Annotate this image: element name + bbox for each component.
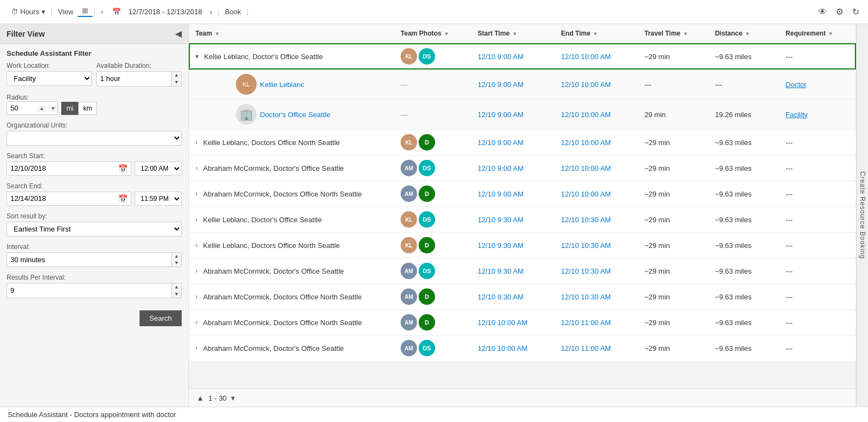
expand-row-button[interactable]: ▾ xyxy=(195,53,199,60)
interval-spin-up[interactable]: ▲ xyxy=(172,253,181,260)
col-photos-header[interactable]: Team Photos ▾ xyxy=(394,24,471,43)
end-time-link[interactable]: 12/10 10:00 AM xyxy=(561,53,611,61)
unit-mi-button[interactable]: mi xyxy=(61,102,78,115)
results-spin-down[interactable]: ▼ xyxy=(172,291,181,298)
end-time-link[interactable]: 12/10 10:00 AM xyxy=(561,190,611,198)
collapse-left-button[interactable]: ◀ xyxy=(175,28,182,39)
sub-end-link[interactable]: 12/10 10:00 AM xyxy=(561,80,611,89)
org-units-group: Organizational Units: xyxy=(7,122,182,146)
end-time-link[interactable]: 12/10 10:00 AM xyxy=(561,164,611,172)
sub-name-link[interactable]: Kellie Leblanc xyxy=(260,80,304,89)
start-time-link[interactable]: 12/10 9:30 AM xyxy=(478,293,524,301)
work-location-select[interactable]: Facility xyxy=(7,71,92,86)
expand-row-button[interactable]: › xyxy=(195,216,198,223)
results-per-interval-input[interactable] xyxy=(7,284,171,297)
refresh-icon[interactable]: ↻ xyxy=(850,4,861,19)
expand-row-button[interactable]: › xyxy=(195,164,198,172)
search-start-date-input[interactable] xyxy=(7,162,115,175)
requirement-link[interactable]: Doctor xyxy=(785,80,806,89)
org-units-select[interactable] xyxy=(7,131,182,146)
start-time-link[interactable]: 12/10 9:00 AM xyxy=(478,138,524,147)
table-row[interactable]: ›Kellie Leblanc, Doctors Office North Se… xyxy=(189,233,856,258)
table-row[interactable]: ›Abraham McCormick, Doctors Office North… xyxy=(189,181,856,207)
table-row[interactable]: ›Kellie Leblanc, Doctors Office North Se… xyxy=(189,130,856,155)
sub-start-link[interactable]: 12/10 9:00 AM xyxy=(478,111,524,119)
col-distance-header[interactable]: Distance ▾ xyxy=(708,24,779,43)
prev-date-button[interactable]: ‹ xyxy=(96,8,107,16)
grid-view-button[interactable]: ⊞ xyxy=(78,7,92,17)
start-time-link[interactable]: 12/10 9:30 AM xyxy=(478,241,524,250)
sub-start-link[interactable]: 12/10 9:00 AM xyxy=(478,80,524,89)
expand-row-button[interactable]: › xyxy=(195,138,198,146)
end-time-link[interactable]: 12/10 11:00 AM xyxy=(561,344,611,352)
start-time-link[interactable]: 12/10 10:00 AM xyxy=(478,344,528,352)
search-end-cal-icon[interactable]: 📅 xyxy=(115,192,131,205)
page-expand-button[interactable]: ▾ xyxy=(231,394,235,402)
eye-icon[interactable]: 👁 xyxy=(816,5,829,19)
sub-end-link[interactable]: 12/10 10:00 AM xyxy=(561,111,611,119)
duration-spin-up[interactable]: ▲ xyxy=(172,72,181,79)
start-time-link[interactable]: 12/10 10:00 AM xyxy=(478,319,528,327)
expand-row-button[interactable]: › xyxy=(195,319,198,326)
table-row[interactable]: ›Abraham McCormick, Doctors Office North… xyxy=(189,310,856,336)
book-button[interactable]: Book xyxy=(221,8,246,16)
create-resource-booking-panel[interactable]: Create Resource Booking xyxy=(856,24,868,407)
end-time-link[interactable]: 12/10 11:00 AM xyxy=(561,319,611,327)
start-time-link[interactable]: 12/10 9:30 AM xyxy=(478,216,524,224)
table-row[interactable]: ›Kellie Leblanc, Doctor's Office Seattle… xyxy=(189,207,856,233)
results-spin-up[interactable]: ▲ xyxy=(172,284,181,291)
page-collapse-button[interactable]: ▲ xyxy=(196,394,204,402)
table-row[interactable]: ›Abraham McCormick, Doctors Office North… xyxy=(189,284,856,310)
start-time-link[interactable]: 12/10 9:00 AM xyxy=(478,190,524,198)
settings-icon[interactable]: ⚙ xyxy=(834,4,846,19)
calendar-icon-button[interactable]: 📅 xyxy=(108,8,125,16)
expand-row-button[interactable]: › xyxy=(195,293,198,300)
hours-button[interactable]: ⏱ Hours ▾ xyxy=(7,8,50,16)
expand-row-button[interactable]: › xyxy=(195,267,198,275)
distance-cell: ~9.63 miles xyxy=(708,43,779,70)
interval-spin-down[interactable]: ▼ xyxy=(172,259,181,267)
end-time-link[interactable]: 12/10 10:30 AM xyxy=(561,216,611,224)
start-time-link[interactable]: 12/10 9:30 AM xyxy=(478,267,524,275)
radius-spin-down[interactable]: ▼ xyxy=(49,105,58,112)
duration-spin-down[interactable]: ▼ xyxy=(172,79,181,86)
expand-row-button[interactable]: › xyxy=(195,344,198,352)
sub-name-link[interactable]: Doctor's Office Seattle xyxy=(260,111,331,119)
col-team-header[interactable]: Team ▾ xyxy=(189,24,394,43)
search-button[interactable]: Search xyxy=(140,310,182,326)
requirement-link[interactable]: Facility xyxy=(785,111,807,119)
radius-input[interactable] xyxy=(7,102,37,114)
col-start-header[interactable]: Start Time ▾ xyxy=(471,24,554,43)
requirement-cell: --- xyxy=(779,155,856,181)
start-time-link[interactable]: 12/10 9:00 AM xyxy=(478,164,524,172)
table-container[interactable]: Team ▾ Team Photos ▾ Start Time ▾ End Ti… xyxy=(189,24,856,389)
expand-row-button[interactable]: › xyxy=(195,190,198,198)
end-time-link[interactable]: 12/10 10:30 AM xyxy=(561,293,611,301)
end-time-link[interactable]: 12/10 10:00 AM xyxy=(561,138,611,147)
sort-select[interactable]: Earliest Time First xyxy=(7,222,182,236)
next-date-button[interactable]: › xyxy=(205,8,216,16)
interval-input[interactable] xyxy=(7,253,171,266)
end-time-link[interactable]: 12/10 10:30 AM xyxy=(561,241,611,250)
end-time-link[interactable]: 12/10 10:30 AM xyxy=(561,267,611,275)
col-travel-header[interactable]: Travel Time ▾ xyxy=(638,24,708,43)
search-end-date-input[interactable] xyxy=(7,192,115,205)
available-duration-label: Available Duration: xyxy=(96,62,182,70)
radius-spin-up[interactable]: ▲ xyxy=(37,105,47,112)
col-req-header[interactable]: Requirement ▾ xyxy=(779,24,856,43)
search-start-time-select[interactable]: 12:00 AM xyxy=(135,161,182,176)
table-row[interactable]: ›Abraham McCormick, Doctor's Office Seat… xyxy=(189,336,856,361)
unit-km-button[interactable]: km xyxy=(78,102,97,115)
table-row[interactable]: ›Abraham McCormick, Doctor's Office Seat… xyxy=(189,155,856,181)
col-end-header[interactable]: End Time ▾ xyxy=(554,24,638,43)
table-row[interactable]: ›Abraham McCormick, Doctor's Office Seat… xyxy=(189,258,856,284)
view-button[interactable]: View xyxy=(54,8,78,16)
start-time-link[interactable]: 12/10 9:00 AM xyxy=(478,53,524,61)
distance-cell: ~9.63 miles xyxy=(708,207,779,233)
table-row[interactable]: ▾Kellie Leblanc, Doctor's Office Seattle… xyxy=(189,43,856,70)
available-duration-input[interactable] xyxy=(97,72,171,85)
search-start-cal-icon[interactable]: 📅 xyxy=(115,162,131,175)
radius-group: Radius: ▲ ▼ mi km xyxy=(7,93,182,115)
search-end-time-select[interactable]: 11:59 PM xyxy=(135,192,182,206)
expand-row-button[interactable]: › xyxy=(195,241,198,249)
